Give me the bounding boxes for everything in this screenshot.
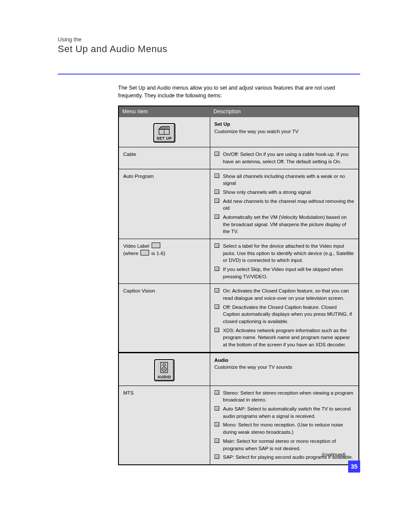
audio-icon: AUDIO <box>154 359 175 381</box>
square-bullet-icon <box>215 267 219 271</box>
svg-point-5 <box>163 368 165 370</box>
row-auto-program: Auto Program Show all channels including… <box>118 169 359 239</box>
option-item: Off: Deactivates the Closed Caption feat… <box>215 304 354 325</box>
option-name: Video Label <box>123 243 149 249</box>
audio-section-heading: Audio Customize the way your TV sounds <box>210 352 359 386</box>
settings-table: Menu Item Description SET UP <box>118 106 359 465</box>
option-list: Stereo: Select for stereo reception when… <box>215 389 354 461</box>
option-item: Mono: Select for mono reception. (Use to… <box>215 421 354 436</box>
option-item: Stereo: Select for stereo reception when… <box>215 389 354 404</box>
setup-section-heading: Set Up Customize the way you watch your … <box>210 117 359 147</box>
square-bullet-icon <box>215 215 219 219</box>
continued-label: (continued) <box>322 452 346 457</box>
option-item: Add new channels to the channel map with… <box>215 198 354 212</box>
square-bullet-icon <box>215 454 219 459</box>
option-item: Main: Select for normal stereo or mono r… <box>215 438 354 452</box>
option-item: Show only channels with a strong signal <box>215 189 354 196</box>
option-item: If you select Skip, the Video input will… <box>215 266 354 280</box>
option-list: Show all channels including channels wit… <box>215 173 354 235</box>
square-bullet-icon <box>215 288 219 292</box>
option-name-note: (where <box>123 251 140 256</box>
option-item: Show all channels including channels wit… <box>215 173 354 187</box>
section-main-title: Set Up and Audio Menus <box>58 44 360 55</box>
option-item: XDS: Activates network program informati… <box>215 327 354 348</box>
row-cable: Cable On/Off: Select On if you are using… <box>118 147 359 169</box>
square-bullet-icon <box>215 174 219 178</box>
option-item: Auto SAP: Select to automatically switch… <box>215 405 354 420</box>
setup-icon: SET UP <box>153 123 176 143</box>
square-bullet-icon <box>215 190 219 194</box>
setup-icon-label: SET UP <box>157 136 172 141</box>
square-bullet-icon <box>215 199 219 203</box>
table-header-row: Menu Item Description <box>118 106 359 117</box>
option-item: Automatically set the VM (Velocity Modul… <box>215 214 354 235</box>
svg-point-3 <box>163 364 165 366</box>
option-item: On: Activates the Closed Caption feature… <box>215 287 354 302</box>
option-name: Cable <box>123 152 136 157</box>
option-name: MTS <box>123 390 134 395</box>
audio-icon-row: AUDIO Audio Customize the way your TV so… <box>118 352 359 386</box>
row-video-label: Video Label (where is 1-6) Select a labe… <box>118 239 359 284</box>
option-item: Select a label for the device attached t… <box>215 243 354 264</box>
setup-icon-row: SET UP Set Up Customize the way you watc… <box>118 117 359 147</box>
option-list: Select a label for the device attached t… <box>215 243 354 280</box>
intro-paragraph: The Set Up and Audio menus allow you to … <box>118 84 359 100</box>
placeholder-rect-icon <box>152 243 160 248</box>
option-item: On/Off: Select On if you are using a cab… <box>215 151 354 165</box>
square-bullet-icon <box>215 390 219 395</box>
section-small-title: Using the <box>58 36 360 43</box>
row-caption-vision: Caption Vision On: Activates the Closed … <box>118 284 359 352</box>
option-name: Auto Program <box>123 174 154 179</box>
square-bullet-icon <box>215 328 219 332</box>
placeholder-rect-icon <box>140 250 149 255</box>
square-bullet-icon <box>215 305 219 309</box>
square-bullet-icon <box>215 243 219 248</box>
option-name: Caption Vision <box>123 288 155 293</box>
divider <box>58 74 360 75</box>
square-bullet-icon <box>215 152 219 156</box>
option-name-note2: is 1-6) <box>150 251 165 256</box>
option-list: On/Off: Select On if you are using a cab… <box>215 151 354 165</box>
audio-icon-label: AUDIO <box>158 374 171 380</box>
square-bullet-icon <box>215 422 219 426</box>
col-header-description: Description <box>210 106 359 117</box>
page-number-badge: 35 <box>348 460 360 473</box>
option-list: On: Activates the Closed Caption feature… <box>215 287 354 348</box>
square-bullet-icon <box>215 406 219 411</box>
square-bullet-icon <box>215 439 219 443</box>
col-header-menu-item: Menu Item <box>118 106 210 117</box>
